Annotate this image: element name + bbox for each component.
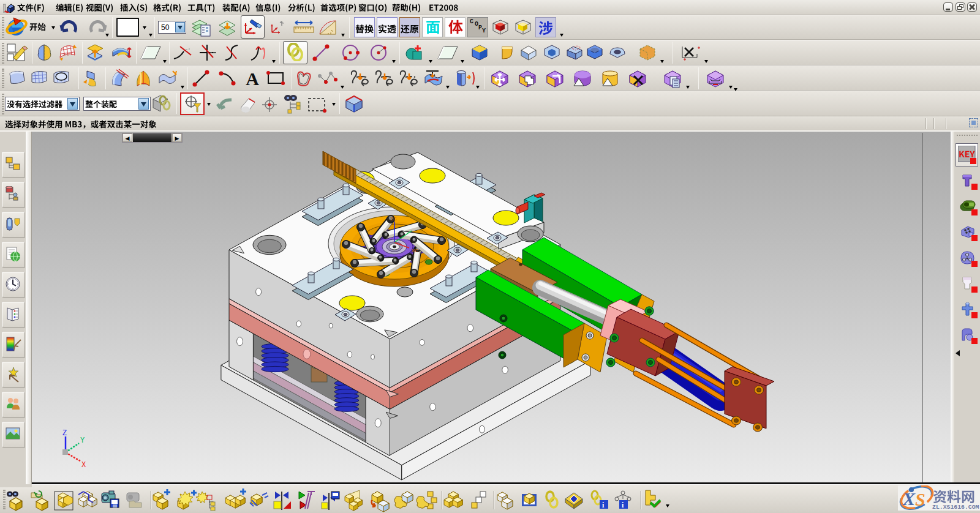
svg-text:ZL.XS1616.COM: ZL.XS1616.COM — [932, 504, 979, 511]
svg-text:XC: XC — [412, 248, 418, 253]
svg-text:ZC: ZC — [390, 216, 397, 222]
svg-text:X: X — [902, 489, 916, 509]
svg-text:S: S — [915, 489, 925, 509]
